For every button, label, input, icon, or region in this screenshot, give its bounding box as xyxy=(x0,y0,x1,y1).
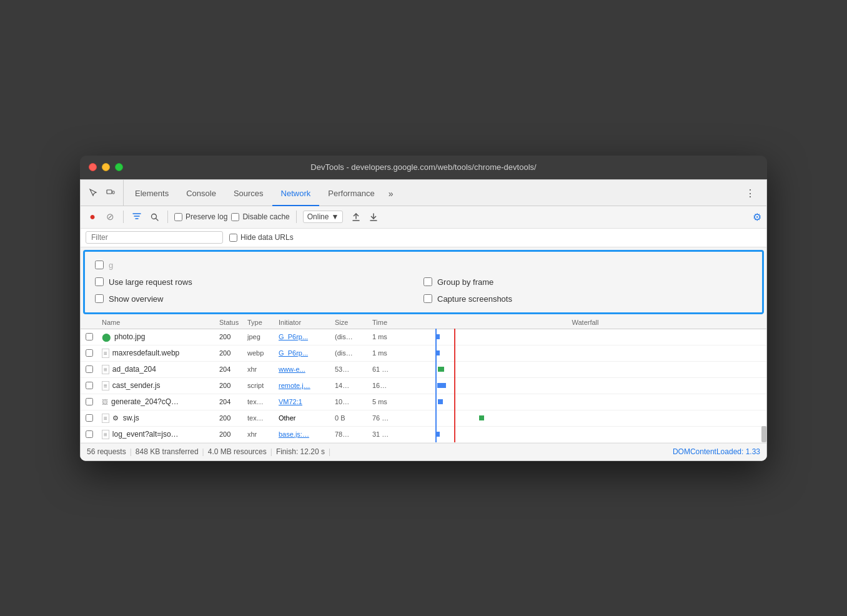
row-waterfall xyxy=(404,329,766,345)
download-icon[interactable] xyxy=(367,210,380,224)
svg-rect-1 xyxy=(112,191,114,194)
row-waterfall xyxy=(404,426,766,442)
table-row[interactable]: ≡ log_event?alt=jso… 200 xhr base.js:… 7… xyxy=(81,427,766,443)
tab-console[interactable]: Console xyxy=(177,182,225,206)
disable-cache-label[interactable]: Disable cache xyxy=(231,212,289,221)
preserve-log-label[interactable]: Preserve log xyxy=(174,212,227,221)
col-type-header: Type xyxy=(245,319,276,326)
scrollbar-thumb[interactable] xyxy=(761,426,766,442)
waterfall-line-red xyxy=(454,361,455,377)
toolbar-separator-3 xyxy=(296,211,297,223)
row-status: 200 xyxy=(217,414,245,422)
row-time: 5 ms xyxy=(370,398,404,405)
inspect-icon[interactable] xyxy=(86,185,101,200)
chrome-icon: ⬤ xyxy=(102,332,111,342)
more-tabs-button[interactable]: » xyxy=(384,182,399,206)
filter-bar: Hide data URLs xyxy=(81,229,766,247)
tab-network[interactable]: Network xyxy=(272,182,320,206)
tab-elements[interactable]: Elements xyxy=(126,182,177,206)
tab-performance[interactable]: Performance xyxy=(319,182,383,206)
device-toolbar-icon[interactable] xyxy=(103,185,118,200)
clear-button[interactable]: ⊘ xyxy=(103,210,117,224)
table-row[interactable]: ≡ maxresdefault.webp 200 webp G_P6rp... … xyxy=(81,345,766,362)
close-button[interactable] xyxy=(89,163,97,171)
row-checkbox[interactable] xyxy=(86,398,93,405)
row-type: jpeg xyxy=(245,333,276,340)
row-size: (dis… xyxy=(332,333,370,340)
settings-panel: g Use large request rows Group by frame … xyxy=(83,250,764,314)
tab-sources[interactable]: Sources xyxy=(225,182,272,206)
row-name: ≡ maxresdefault.webp xyxy=(98,349,217,358)
row-initiator: G_P6rp... xyxy=(276,333,332,340)
toolbar-separator-1 xyxy=(123,211,124,223)
row-status: 200 xyxy=(217,430,245,438)
capture-screenshots-checkbox[interactable] xyxy=(423,294,432,303)
minimize-button[interactable] xyxy=(102,163,110,171)
row-size: 78… xyxy=(332,430,370,438)
maximize-button[interactable] xyxy=(115,163,123,171)
disable-cache-checkbox[interactable] xyxy=(231,213,239,221)
row-name: ⬤ photo.jpg xyxy=(98,332,217,342)
upload-icon[interactable] xyxy=(349,210,363,224)
waterfall-line-blue xyxy=(435,410,437,426)
row-time: 16… xyxy=(370,382,404,389)
hide-data-urls-label[interactable]: Hide data URLs xyxy=(229,233,294,242)
row-time: 1 ms xyxy=(370,333,404,340)
table-row[interactable]: ⬤ photo.jpg 200 jpeg G_P6rp... (dis… 1 m… xyxy=(81,329,766,345)
row-checkbox[interactable] xyxy=(86,349,93,357)
row-time: 1 ms xyxy=(370,349,404,357)
resources-size: 4.0 MB resources xyxy=(208,447,267,456)
row-initiator: VM72:1 xyxy=(276,398,332,405)
row-time: 76 … xyxy=(370,414,404,422)
waterfall-line-red xyxy=(454,329,455,345)
settings-top-row: g xyxy=(85,257,762,274)
waterfall-line-blue xyxy=(435,361,437,377)
settings-row-2: Show overview Capture screenshots xyxy=(85,291,762,307)
devtools-menu-button[interactable]: ⋮ xyxy=(739,182,761,206)
filter-icon[interactable] xyxy=(130,210,144,224)
row-initiator: www-e... xyxy=(276,365,332,373)
record-button[interactable]: ● xyxy=(86,210,99,224)
table-row[interactable]: 🖼 generate_204?cQ… 204 tex… VM72:1 10… 5… xyxy=(81,394,766,410)
preserve-log-checkbox[interactable] xyxy=(174,213,182,221)
row-checkbox[interactable] xyxy=(86,414,93,422)
row-time: 61 … xyxy=(370,365,404,373)
file-icon: ≡ xyxy=(102,381,109,390)
use-large-rows-checkbox[interactable] xyxy=(95,277,104,286)
filter-input[interactable] xyxy=(86,231,223,244)
waterfall-bar-green xyxy=(479,415,484,420)
show-overview-option: Show overview xyxy=(95,294,423,304)
devtools-body: Elements Console Sources Network Perform… xyxy=(80,179,767,461)
row-type: xhr xyxy=(245,365,276,373)
settings-gear-icon[interactable]: ⚙ xyxy=(753,211,761,223)
row-status: 204 xyxy=(217,365,245,373)
row-time: 31 … xyxy=(370,430,404,438)
row-checkbox[interactable] xyxy=(86,382,93,389)
row-status: 200 xyxy=(217,349,245,357)
row-type: webp xyxy=(245,349,276,357)
group-by-frame-option: Group by frame xyxy=(423,277,752,287)
throttle-select[interactable]: Online ▼ xyxy=(303,211,344,223)
row-checkbox[interactable] xyxy=(86,430,93,438)
search-icon[interactable] xyxy=(147,210,161,224)
table-row[interactable]: ≡ ad_data_204 204 xhr www-e... 53… 61 … xyxy=(81,362,766,378)
partial-checkbox[interactable] xyxy=(95,261,104,269)
row-initiator: base.js:… xyxy=(276,430,332,438)
network-table: ⬤ photo.jpg 200 jpeg G_P6rp... (dis… 1 m… xyxy=(81,329,766,443)
row-checkbox[interactable] xyxy=(86,365,93,373)
waterfall-line-red xyxy=(454,394,455,410)
show-overview-checkbox[interactable] xyxy=(95,294,104,303)
group-by-frame-checkbox[interactable] xyxy=(423,277,432,286)
row-checkbox[interactable] xyxy=(86,333,93,340)
hide-data-urls-checkbox[interactable] xyxy=(229,234,237,242)
row-initiator: remote.j… xyxy=(276,382,332,389)
svg-point-2 xyxy=(151,214,156,219)
tabs-bar: Elements Console Sources Network Perform… xyxy=(81,180,766,206)
table-row[interactable]: ≡ ⚙ sw.js 200 tex… Other 0 B 76 … xyxy=(81,410,766,427)
transferred-size: 848 KB transferred xyxy=(136,447,199,456)
table-row[interactable]: ≡ cast_sender.js 200 script remote.j… 14… xyxy=(81,378,766,394)
toolbar-separator-2 xyxy=(167,211,168,223)
col-size-header: Size xyxy=(332,319,370,326)
row-waterfall xyxy=(404,361,766,377)
waterfall-bar-green xyxy=(438,367,444,372)
